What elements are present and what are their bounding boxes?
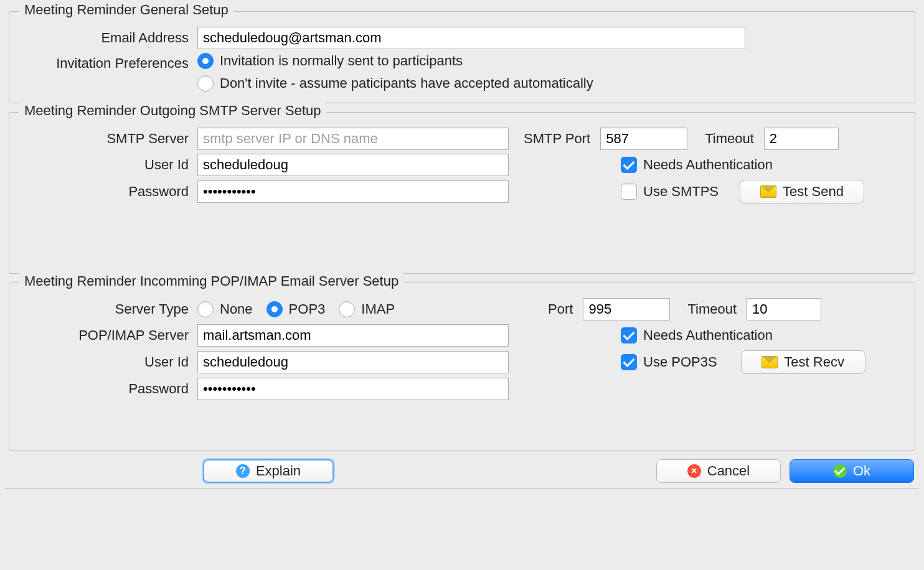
radio-icon [197,53,214,69]
smtp-user-label: User Id [17,157,197,173]
invite-send-label: Invitation is normally sent to participa… [220,53,463,69]
test-recv-button[interactable]: Test Recv [741,350,865,374]
checkbox-icon [621,354,637,370]
incoming-port-label: Port [548,301,573,317]
general-setup-group: Meeting Reminder General Setup Email Add… [9,11,915,103]
smtp-password-label: Password [17,184,197,200]
smtps-checkbox[interactable]: Use SMTPS [621,184,719,200]
smtp-timeout-input[interactable] [764,128,839,150]
server-type-none-label: None [220,301,253,317]
smtp-password-input[interactable] [197,180,509,203]
checkbox-icon [621,157,637,173]
divider [5,488,919,488]
ok-label: Ok [853,463,870,479]
cancel-button[interactable]: × Cancel [656,459,781,483]
mail-icon [760,185,776,198]
server-type-imap-label: IMAP [361,301,395,317]
explain-label: Explain [256,463,301,479]
server-type-radiogroup: None POP3 IMAP [197,301,395,317]
smtp-timeout-label: Timeout [705,131,754,147]
incoming-user-label: User Id [17,354,197,370]
ok-icon [833,464,847,478]
test-send-label: Test Send [783,184,844,200]
cancel-label: Cancel [707,463,750,479]
smtp-setup-group: Meeting Reminder Outgoing SMTP Server Se… [9,112,915,274]
invite-noinvite-label: Don't invite - assume paticipants have a… [220,75,593,91]
incoming-password-label: Password [17,381,197,397]
radio-icon [339,301,355,317]
server-type-imap-radio[interactable]: IMAP [339,301,395,317]
pop3s-label: Use POP3S [643,354,717,370]
incoming-timeout-input[interactable] [747,298,821,320]
server-type-pop3-label: POP3 [289,301,326,317]
footer: ? Explain × Cancel Ok [10,459,914,483]
incoming-setup-title: Meeting Reminder Incomming POP/IMAP Emai… [19,273,403,289]
checkbox-icon [621,184,637,200]
invite-send-radio[interactable]: Invitation is normally sent to participa… [197,53,593,69]
mail-icon [761,356,778,368]
incoming-auth-checkbox[interactable]: Needs Authentication [621,327,773,343]
invite-noinvite-radio[interactable]: Don't invite - assume paticipants have a… [197,75,593,91]
email-input[interactable] [197,27,745,49]
incoming-timeout-label: Timeout [687,301,737,317]
help-icon: ? [236,464,250,478]
server-type-label: Server Type [17,301,197,317]
server-type-none-radio[interactable]: None [197,301,253,317]
explain-button[interactable]: ? Explain [203,459,334,483]
invitation-preferences-label: Invitation Preferences [17,53,197,72]
radio-icon [197,301,214,317]
smtp-port-label: SMTP Port [524,131,590,147]
incoming-password-input[interactable] [197,378,509,400]
incoming-user-input[interactable] [197,351,509,373]
invitation-preferences-radiogroup: Invitation is normally sent to participa… [197,53,593,91]
test-send-button[interactable]: Test Send [740,180,864,203]
smtp-setup-title: Meeting Reminder Outgoing SMTP Server Se… [19,103,326,119]
smtps-label: Use SMTPS [643,184,719,200]
incoming-auth-label: Needs Authentication [643,327,773,343]
radio-icon [266,301,283,317]
smtp-server-label: SMTP Server [17,131,197,147]
incoming-port-input[interactable] [583,298,670,320]
ok-button[interactable]: Ok [790,459,914,483]
server-type-pop3-radio[interactable]: POP3 [266,301,326,317]
incoming-server-label: POP/IMAP Server [17,327,197,343]
general-setup-title: Meeting Reminder General Setup [19,2,233,18]
pop3s-checkbox[interactable]: Use POP3S [621,354,717,370]
incoming-server-input[interactable] [197,324,509,347]
incoming-setup-group: Meeting Reminder Incomming POP/IMAP Emai… [9,283,915,451]
radio-icon [197,75,214,91]
email-label: Email Address [17,30,197,46]
smtp-port-input[interactable] [600,128,687,150]
smtp-server-input[interactable] [197,128,509,150]
cancel-icon: × [687,464,701,478]
smtp-user-input[interactable] [197,154,509,176]
checkbox-icon [621,327,637,343]
smtp-auth-checkbox[interactable]: Needs Authentication [621,157,773,173]
smtp-auth-label: Needs Authentication [643,157,773,173]
test-recv-label: Test Recv [784,354,844,370]
